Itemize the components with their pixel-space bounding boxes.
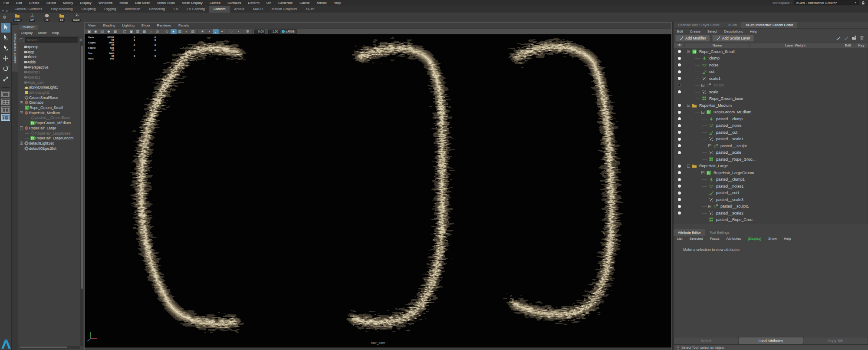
- menu-mesh-display[interactable]: Mesh Display: [178, 0, 206, 6]
- visibility-dot[interactable]: [678, 205, 681, 208]
- groom-row-pasted-clump1[interactable]: pasted__clump1: [674, 176, 868, 183]
- safe-title-icon[interactable]: ◎: [155, 29, 161, 34]
- camera-attributes-icon[interactable]: ▤: [99, 29, 105, 34]
- lasso-select-tool[interactable]: [1, 33, 10, 43]
- bookmark-icon[interactable]: ◆: [106, 29, 112, 34]
- outliner-item-top[interactable]: top: [18, 50, 84, 55]
- visibility-dot[interactable]: [678, 131, 681, 134]
- collapse-icon[interactable]: −: [20, 111, 23, 114]
- outliner-item-ropegroom-medium[interactable]: RopeGroom_MEdium: [18, 120, 84, 125]
- groom-row-ropegroom-medium[interactable]: −RopeGroom_MEdium: [674, 109, 868, 116]
- viewport-menu-renderer[interactable]: Renderer: [154, 23, 175, 28]
- shelf-tab-custom[interactable]: Custom: [209, 6, 230, 13]
- menu-edit-mesh[interactable]: Edit Mesh: [132, 0, 154, 6]
- groom-row-rope-groom-small[interactable]: −Rope_Groom_Small: [674, 48, 868, 55]
- outliner-horizontal-scrollbar[interactable]: [19, 346, 80, 349]
- tab-xgen[interactable]: XGen: [724, 22, 741, 28]
- xgen-menu-descriptions[interactable]: Descriptions: [720, 29, 746, 34]
- groom-row-pasted-clump[interactable]: pasted__clump: [674, 116, 868, 122]
- menu-edit[interactable]: Edit: [13, 0, 26, 6]
- delete-button[interactable]: [859, 34, 865, 42]
- menu-cache[interactable]: Cache: [296, 0, 313, 6]
- groom-row-sculpt[interactable]: +sculpt: [674, 82, 868, 89]
- search-options-chevron-icon[interactable]: ▼: [79, 39, 82, 42]
- groom-row-pasted-noise1[interactable]: pasted__noise1: [674, 183, 868, 190]
- outliner-item-front[interactable]: front: [18, 54, 84, 59]
- field-chart-icon[interactable]: ▦: [141, 29, 148, 34]
- add-sculpt-layer-button[interactable]: Add Sculpt Layer: [712, 35, 754, 42]
- motion-blur-icon[interactable]: ◓: [219, 29, 225, 34]
- groom-row-ropehair-largegroom[interactable]: −RopeHair_LargeGroom: [674, 169, 868, 176]
- visibility-dot[interactable]: [678, 77, 681, 80]
- visibility-dot[interactable]: [678, 192, 681, 195]
- visibility-dot[interactable]: [678, 211, 681, 215]
- collapse-icon[interactable]: −: [687, 104, 690, 107]
- exposure-field[interactable]: [254, 30, 265, 34]
- custom-pane-layout[interactable]: [1, 114, 10, 121]
- two-pane-layout[interactable]: [1, 106, 10, 113]
- four-pane-layout[interactable]: [1, 99, 10, 105]
- wireframe-icon[interactable]: ◇: [164, 29, 170, 34]
- menu-surfaces[interactable]: Surfaces: [224, 0, 245, 6]
- shelf-tab-animation[interactable]: Animation: [121, 6, 145, 13]
- outliner-item-groomsmallbase[interactable]: GroomSmallBase: [18, 95, 84, 100]
- move-tool[interactable]: [1, 54, 10, 64]
- visibility-dot[interactable]: [678, 151, 681, 154]
- outliner-item-grenade[interactable]: +Grenade: [18, 100, 84, 106]
- tab-channel-box-layer-editor[interactable]: Channel Box / Layer Editor: [674, 22, 724, 28]
- groom-row-pasted-sculpt[interactable]: +pasted__sculpt: [674, 142, 868, 149]
- visibility-dot[interactable]: [678, 171, 681, 174]
- menu-select[interactable]: Select: [43, 0, 59, 6]
- groom-row-ropehair-large[interactable]: −RopeHair_Large: [674, 163, 868, 170]
- tab-arnold-renderview[interactable]: Arnold RenderView: [12, 24, 18, 72]
- paint-select-tool[interactable]: [1, 44, 10, 53]
- screen-space-ao-icon[interactable]: ◒: [213, 29, 219, 34]
- outliner-item-perspective[interactable]: Perspective: [18, 65, 84, 70]
- groom-row-cut[interactable]: cut: [674, 69, 868, 76]
- ae-menu-list[interactable]: List: [674, 236, 686, 241]
- visibility-dot[interactable]: [678, 90, 681, 93]
- shelf-tab-motion-graphics[interactable]: Motion Graphics: [267, 6, 301, 13]
- menu-modify[interactable]: Modify: [59, 0, 77, 6]
- groom-row-pasted-rope-groo[interactable]: pasted__Rope_Groo...: [674, 217, 868, 224]
- use-default-material-icon[interactable]: ◐: [184, 29, 190, 34]
- shelf-tab-sculpting[interactable]: Sculpting: [77, 6, 100, 13]
- column-key[interactable]: Key: [855, 43, 868, 47]
- menu-uv[interactable]: UV: [263, 0, 275, 6]
- shelf-tab-xgen[interactable]: XGen: [301, 6, 319, 13]
- viewport-menu-show[interactable]: Show: [138, 23, 154, 28]
- menu-deform[interactable]: Deform: [245, 0, 263, 6]
- outliner-menu-display[interactable]: Display: [19, 30, 35, 35]
- single-pane-layout[interactable]: [1, 91, 10, 97]
- outliner-tab[interactable]: Outliner: [19, 25, 38, 30]
- expand-icon[interactable]: +: [20, 142, 23, 145]
- groom-row-pasted-noise[interactable]: pasted__noise: [674, 122, 868, 129]
- groom-row-pasted-cut1[interactable]: pasted__cut1: [674, 190, 868, 197]
- menu-help[interactable]: Help: [330, 0, 344, 6]
- outliner-menu-help[interactable]: Help: [49, 30, 61, 35]
- select-by-name-icon[interactable]: [20, 38, 23, 42]
- visibility-dot[interactable]: [678, 50, 681, 53]
- shelf-tab-poly-modeling[interactable]: Poly Modeling: [46, 6, 77, 13]
- shelf-tab-fx-caching[interactable]: FX Caching: [182, 6, 209, 13]
- groom-row-clump[interactable]: clump: [674, 55, 868, 62]
- ae-menu-help[interactable]: Help: [780, 236, 794, 241]
- exposure-reset-icon[interactable]: ⚙: [245, 29, 251, 34]
- column-name[interactable]: Name: [684, 43, 750, 47]
- groom-row-pasted-scale[interactable]: pasted__scale: [674, 149, 868, 156]
- visibility-dot[interactable]: [678, 144, 681, 147]
- add-modifier-button[interactable]: Add Modifier: [675, 35, 710, 42]
- copy-tab-button[interactable]: Copy Tab: [803, 337, 868, 344]
- ae-menu-focus[interactable]: Focus: [707, 236, 723, 241]
- visibility-dot[interactable]: [678, 198, 681, 201]
- hide-brush-button[interactable]: [844, 34, 849, 42]
- visibility-dot[interactable]: [678, 178, 681, 181]
- visibility-dot[interactable]: [678, 185, 681, 188]
- xgen-menu-edit[interactable]: Edit: [674, 29, 687, 34]
- shelf-button-sabd[interactable]: SabD: [70, 13, 83, 22]
- shelf-button-es[interactable]: ES: [55, 13, 68, 22]
- visibility-dot[interactable]: [678, 111, 681, 114]
- lighting-all-icon[interactable]: ☀: [200, 29, 206, 34]
- menu-curves[interactable]: Curves: [206, 0, 224, 6]
- xray-icon[interactable]: ◔: [235, 29, 241, 34]
